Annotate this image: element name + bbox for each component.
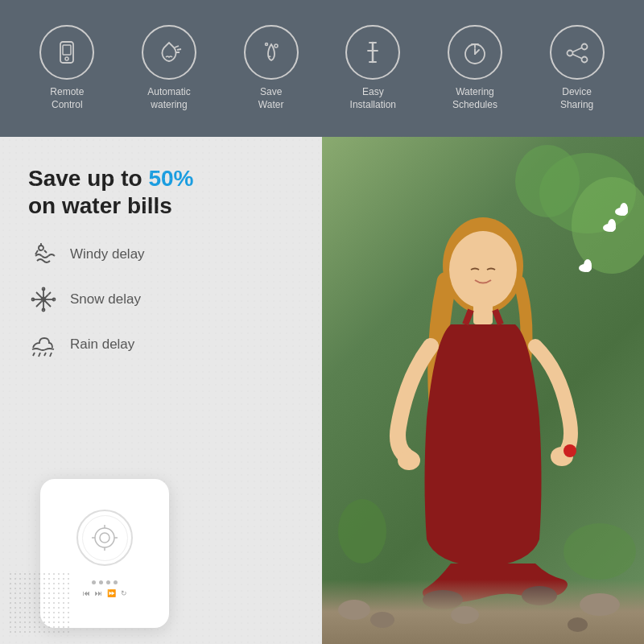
svg-point-4 [265,43,267,46]
windy-icon [28,239,59,270]
save-water-icon-circle [244,25,299,80]
svg-point-19 [39,246,43,250]
device-bottom-row: ⏮⏭⏩↻ [83,589,127,597]
remote-control-icon-circle [39,25,94,80]
svg-line-29 [33,353,35,356]
feature-automatic-watering: Automaticwatering [129,25,209,111]
feature-device-sharing: DeviceSharing [537,25,617,111]
rock-2 [370,612,394,628]
device-sharing-label: DeviceSharing [560,86,593,111]
easy-installation-label: EasyInstallation [350,86,396,111]
dot-pattern [8,572,72,636]
svg-rect-41 [473,302,493,324]
rock-1 [338,600,370,620]
feature-save-water: SaveWater [231,25,312,111]
watering-schedules-icon-circle [448,25,502,80]
rain-icon [28,329,59,360]
snow-delay-item: Snow delay [28,284,298,315]
device-sharing-icon-circle [550,25,605,80]
snow-delay-text: Snow delay [70,291,141,308]
delay-list: Windy delay S [28,239,298,360]
headline-percent: 50% [148,166,193,191]
feature-watering-schedules: WateringSchedules [435,25,515,111]
garden-photo [322,137,644,644]
svg-rect-1 [63,45,71,55]
windy-delay-item: Windy delay [28,239,298,270]
feature-banner: RemoteControl Automaticwatering SaveWate… [0,0,644,137]
right-panel [322,137,644,644]
easy-installation-icon-circle [345,25,400,80]
svg-point-2 [65,57,68,60]
automatic-watering-icon-circle [142,25,196,80]
svg-point-3 [275,44,278,47]
rock-3 [580,593,620,616]
svg-point-34 [100,533,109,543]
remote-control-label: RemoteControl [50,86,84,111]
save-water-label: SaveWater [258,86,284,111]
feature-remote-control: RemoteControl [27,25,107,111]
svg-point-15 [567,51,572,56]
girl-figure [346,177,620,612]
svg-point-14 [581,44,587,50]
svg-line-31 [44,353,46,356]
headline-text-2: on water bills [28,193,172,218]
headline-text-1: Save up to [28,166,148,191]
automatic-watering-label: Automaticwatering [147,86,190,111]
svg-line-30 [39,353,40,357]
rain-delay-text: Rain delay [70,336,134,353]
device-circle [76,510,133,566]
left-panel: Save up to 50% on water bills Windy dela… [0,137,322,644]
snow-icon [28,284,59,315]
svg-line-17 [572,48,581,52]
feature-easy-installation: EasyInstallation [332,25,413,111]
rock-5 [451,606,479,624]
svg-point-42 [398,451,420,470]
watering-schedules-label: WateringSchedules [452,86,497,111]
ground [322,580,644,644]
device-dots [92,580,118,584]
rain-delay-item: Rain delay [28,329,298,360]
headline: Save up to 50% on water bills [28,165,298,219]
bottom-section: Save up to 50% on water bills Windy dela… [0,137,644,644]
rock-4 [568,617,588,632]
windy-delay-text: Windy delay [70,246,145,262]
svg-point-44 [564,444,576,457]
svg-line-32 [50,353,52,357]
svg-line-18 [572,55,581,59]
svg-point-33 [95,528,114,547]
svg-point-16 [581,57,587,63]
svg-point-40 [449,231,517,308]
